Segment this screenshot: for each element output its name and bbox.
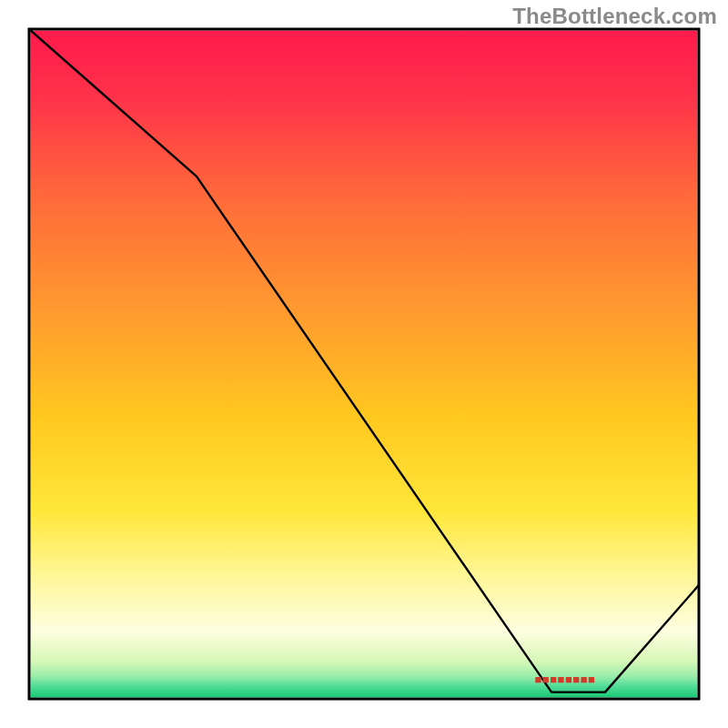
bottleneck-chart bbox=[0, 0, 728, 728]
chart-stage: TheBottleneck.com ■■■■■■■■ bbox=[0, 0, 728, 728]
recommended-range-label: ■■■■■■■■ bbox=[535, 672, 596, 686]
plot-background bbox=[31, 31, 698, 698]
